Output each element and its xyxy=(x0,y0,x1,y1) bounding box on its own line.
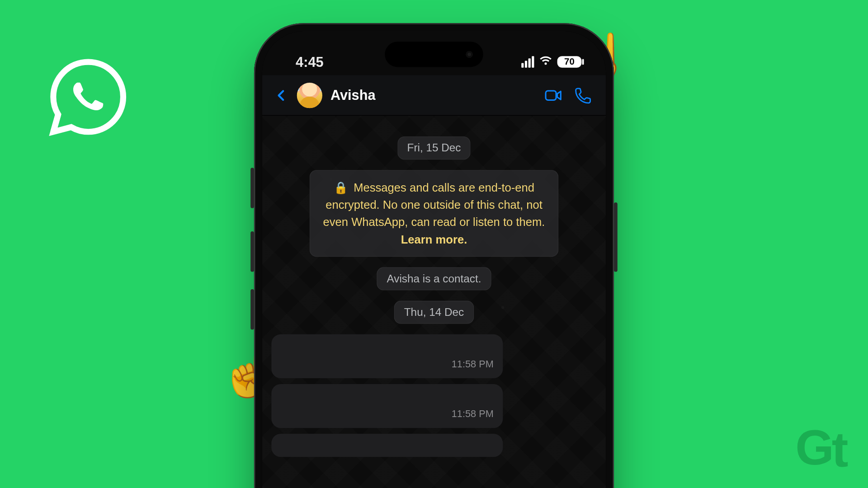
chat-scroll-area[interactable]: Fri, 15 Dec 🔒 Messages and calls are end… xyxy=(262,116,606,488)
incoming-message-bubble[interactable]: 11:58 PM xyxy=(271,384,503,428)
whatsapp-logo-icon xyxy=(46,55,130,139)
dynamic-island xyxy=(385,42,483,67)
phone-frame: 4:45 70 Avisha xyxy=(254,23,614,488)
date-separator: Fri, 15 Dec xyxy=(397,136,471,160)
gt-watermark: Gt xyxy=(795,422,846,472)
status-time: 4:45 xyxy=(296,54,324,70)
message-timestamp: 11:58 PM xyxy=(452,408,494,420)
contact-info-pill: Avisha is a contact. xyxy=(377,267,491,290)
encryption-notice[interactable]: 🔒 Messages and calls are end-to-end encr… xyxy=(310,170,558,257)
voice-call-button[interactable] xyxy=(572,84,594,106)
svg-rect-0 xyxy=(546,90,556,99)
cellular-signal-icon xyxy=(521,56,534,68)
chat-header: Avisha xyxy=(262,75,606,116)
date-separator: Thu, 14 Dec xyxy=(394,301,474,324)
back-button[interactable] xyxy=(274,88,288,103)
contact-avatar[interactable] xyxy=(297,82,322,108)
battery-indicator: 70 xyxy=(557,56,582,68)
encryption-text: Messages and calls are end-to-end encryp… xyxy=(323,181,545,229)
encryption-learn-more-link[interactable]: Learn more. xyxy=(401,233,467,246)
incoming-message-bubble[interactable] xyxy=(271,434,503,457)
video-call-button[interactable] xyxy=(542,84,564,106)
contact-name[interactable]: Avisha xyxy=(330,87,376,103)
message-timestamp: 11:58 PM xyxy=(452,359,494,371)
lock-icon: 🔒 xyxy=(334,181,348,194)
wifi-icon xyxy=(539,53,553,70)
incoming-message-bubble[interactable]: 11:58 PM xyxy=(271,334,503,378)
